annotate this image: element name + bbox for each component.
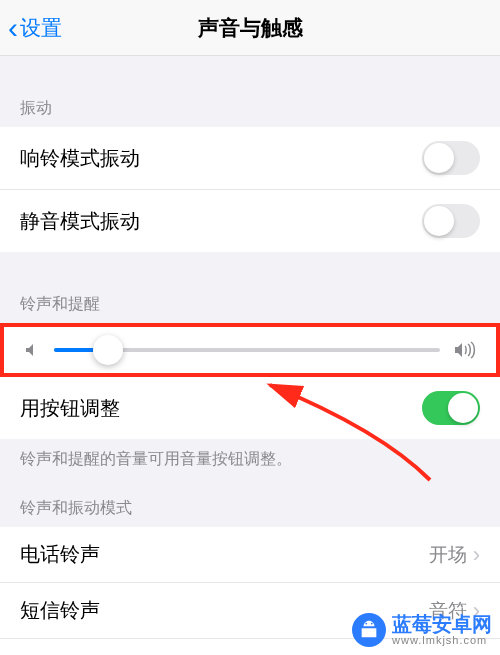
row-value: 音符 xyxy=(429,598,467,624)
row-text-tone[interactable]: 短信铃声 音符› xyxy=(0,582,500,638)
row-adjust-with-buttons[interactable]: 用按钮调整 xyxy=(0,377,500,439)
chevron-left-icon: ‹ xyxy=(8,13,18,43)
group-header-vibration: 振动 xyxy=(0,80,500,127)
chevron-right-icon: › xyxy=(473,598,480,624)
switch-vibrate-ring[interactable] xyxy=(422,141,480,175)
switch-vibrate-silent[interactable] xyxy=(422,204,480,238)
row-label: 用按钮调整 xyxy=(20,395,120,422)
row-vibrate-ring[interactable]: 响铃模式振动 xyxy=(0,127,500,189)
volume-low-icon xyxy=(24,342,40,358)
group-header-patterns: 铃声和振动模式 xyxy=(0,474,500,527)
row-label: 电话铃声 xyxy=(20,541,100,568)
ringer-volume-slider-row xyxy=(0,323,500,377)
group-footer-ringer: 铃声和提醒的音量可用音量按钮调整。 xyxy=(0,439,500,474)
row-value: 开场 xyxy=(429,542,467,568)
chevron-right-icon: › xyxy=(473,542,480,568)
switch-adjust-with-buttons[interactable] xyxy=(422,391,480,425)
nav-header: ‹ 设置 声音与触感 xyxy=(0,0,500,56)
row-ringtone[interactable]: 电话铃声 开场› xyxy=(0,527,500,582)
row-voicemail[interactable]: 收到新语音留言 › xyxy=(0,638,500,655)
row-label: 静音模式振动 xyxy=(20,208,140,235)
slider-thumb[interactable] xyxy=(93,335,123,365)
volume-high-icon xyxy=(454,341,476,359)
row-vibrate-silent[interactable]: 静音模式振动 xyxy=(0,189,500,252)
row-label: 响铃模式振动 xyxy=(20,145,140,172)
group-header-ringer: 铃声和提醒 xyxy=(0,276,500,323)
page-title: 声音与触感 xyxy=(198,14,303,42)
back-label: 设置 xyxy=(20,14,62,42)
ringer-volume-slider[interactable] xyxy=(54,348,440,352)
row-label: 短信铃声 xyxy=(20,597,100,624)
back-button[interactable]: ‹ 设置 xyxy=(8,13,62,43)
